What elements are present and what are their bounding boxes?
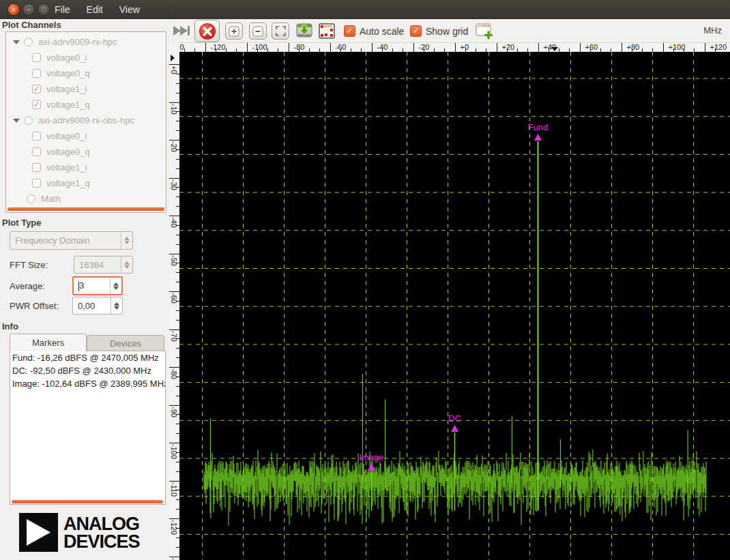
y-tick-label: -40: [170, 217, 178, 228]
device-radio[interactable]: [24, 38, 33, 46]
skip-forward-icon: [173, 25, 192, 37]
x-major-tick: [330, 42, 331, 52]
x-tick-label: +100: [669, 43, 686, 51]
window-maximize-button[interactable]: □: [38, 3, 50, 16]
tree-row-voltage0-q[interactable]: voltage0_q: [6, 144, 166, 160]
axis-unit-label: MHz: [703, 25, 722, 35]
y-tick-label: -90: [170, 407, 178, 417]
tree-row-voltage0-q[interactable]: voltage0_q: [6, 65, 166, 81]
fund-marker-arrow-icon[interactable]: [534, 134, 542, 141]
fullscreen-button[interactable]: [317, 22, 336, 40]
y-axis-ruler[interactable]: +0-10-20-30-40-50-60-70-80-90-100-110-12…: [169, 52, 179, 560]
tree-row-voltage1-q[interactable]: voltage1_q: [6, 175, 166, 191]
channel-checkbox[interactable]: [32, 179, 41, 188]
channel-checkbox[interactable]: [32, 147, 41, 156]
fft-size-label: FFT Size:: [10, 260, 48, 270]
zoom-in-button[interactable]: [225, 23, 243, 40]
analog-devices-logo: ANALOG DEVICES: [19, 513, 140, 552]
x-axis-ruler[interactable]: -140-120-100-80-60-40-20+0+20+40+60+80+1…: [179, 42, 730, 52]
tree-row-voltage0-i[interactable]: voltage0_i: [6, 128, 166, 144]
tree-row-voltage0-i[interactable]: voltage0_i: [6, 50, 166, 65]
tree-item-label: voltage0_q: [46, 68, 90, 78]
menu-edit[interactable]: Edit: [87, 4, 103, 15]
menu-view[interactable]: View: [119, 4, 140, 15]
image-marker-arrow-icon[interactable]: [368, 464, 375, 471]
ruler-corner: [169, 42, 179, 52]
x-major-tick: [247, 42, 248, 52]
stop-capture-button[interactable]: [194, 20, 220, 42]
new-plot-button[interactable]: [474, 22, 495, 40]
tree-row-voltage1-q[interactable]: ✓voltage1_q: [6, 97, 166, 113]
channel-checkbox[interactable]: ✓: [32, 85, 41, 93]
tree-row-voltage1-i[interactable]: ✓voltage1_i: [6, 81, 166, 97]
x-major-tick: [538, 42, 539, 52]
expander-icon[interactable]: [13, 119, 20, 123]
channel-checkbox[interactable]: [32, 163, 41, 172]
tree-row-math[interactable]: Math: [6, 191, 166, 207]
x-major-tick: [622, 42, 622, 52]
marker-fund-readout: Fund: -16,26 dBFS @ 2470,005 MHz: [10, 351, 165, 364]
info-notebook: Markers Devices Fund: -16,26 dBFS @ 2470…: [0, 334, 169, 525]
info-heading: Info: [2, 321, 18, 331]
channel-tree[interactable]: axi-adrv9009-rx-hpcvoltage0_ivoltage0_q✓…: [5, 31, 166, 213]
tree-row-voltage1-i[interactable]: voltage1_i: [6, 160, 166, 175]
fund-marker-label: Fund: [528, 122, 549, 132]
tree-item-label: Math: [41, 194, 61, 204]
marker-horizontal-scrollbar[interactable]: [12, 500, 163, 503]
tab-devices[interactable]: Devices: [87, 335, 164, 351]
capture-play-button[interactable]: [172, 23, 192, 38]
channel-checkbox[interactable]: [32, 132, 41, 141]
tree-item-label: voltage1_q: [46, 100, 90, 110]
window-close-button[interactable]: ×: [8, 3, 20, 16]
device-radio[interactable]: [24, 116, 33, 125]
save-capture-button[interactable]: [294, 20, 315, 41]
zoom-out-button[interactable]: [249, 23, 267, 40]
auto-scale-label: Auto scale: [360, 26, 404, 37]
zoom-fit-button[interactable]: [272, 23, 289, 40]
spectrum-plot-area[interactable]: FundDCImage: [179, 52, 730, 560]
y-major-tick: [169, 481, 179, 482]
tree-row-axi-adrv9009-rx-hpc[interactable]: axi-adrv9009-rx-hpc: [6, 34, 166, 50]
y-position-indicator[interactable]: [171, 55, 175, 61]
y-major-tick: [169, 178, 179, 179]
tree-item-label: voltage0_q: [46, 147, 90, 157]
x-tick-label: +20: [502, 43, 515, 51]
zoom-out-icon: [252, 26, 263, 37]
x-position-indicator[interactable]: [551, 47, 558, 51]
marker-dc-readout: DC: -92,50 dBFS @ 2430,000 MHz: [10, 364, 165, 377]
show-grid-checkbox[interactable]: ✓: [410, 25, 422, 37]
x-major-tick: [705, 42, 705, 52]
tree-row-axi-adrv9009-rx-obs-hpc[interactable]: axi-adrv9009-rx-obs-hpc: [6, 113, 166, 128]
pwr-offset-spin-arrows[interactable]: [111, 297, 122, 314]
tree-horizontal-scrollbar[interactable]: [8, 207, 164, 211]
fft-size-dropdown-arrows: [121, 256, 132, 273]
average-value: 3: [74, 280, 110, 291]
tree-item-label: axi-adrv9009-rx-hpc: [38, 37, 117, 47]
auto-scale-checkbox[interactable]: ✓: [344, 25, 355, 37]
pwr-offset-spinbox[interactable]: 0,00: [72, 297, 123, 314]
y-tick-label: -70: [170, 331, 178, 342]
side-panel: Plot Channels axi-adrv9009-rx-hpcvoltage…: [0, 19, 169, 560]
dc-marker-arrow-icon[interactable]: [451, 425, 458, 432]
tab-markers[interactable]: Markers: [10, 334, 87, 351]
tree-item-label: voltage0_i: [46, 53, 87, 63]
channel-checkbox[interactable]: ✓: [32, 100, 41, 109]
fft-size-value: 16384: [74, 260, 121, 270]
marker-readout-area[interactable]: Fund: -16,26 dBFS @ 2470,005 MHz DC: -92…: [10, 351, 166, 505]
x-tick-label: +60: [585, 43, 598, 51]
average-spin-arrows[interactable]: [110, 278, 121, 294]
x-major-tick: [289, 42, 289, 52]
expander-icon[interactable]: [13, 40, 20, 44]
plot-type-heading: Plot Type: [2, 218, 42, 228]
x-tick-label: -100: [252, 43, 267, 51]
average-spinbox[interactable]: 3: [72, 276, 123, 295]
device-radio[interactable]: [27, 194, 35, 203]
menu-file[interactable]: File: [55, 4, 70, 15]
window-minimize-button[interactable]: −: [23, 3, 35, 16]
y-tick-label: -30: [170, 179, 178, 190]
channel-checkbox[interactable]: [32, 53, 41, 62]
channel-checkbox[interactable]: [32, 69, 41, 78]
pwr-offset-label: PWR Offset:: [10, 301, 59, 311]
new-plot-window-icon: [476, 23, 493, 40]
y-tick-label: -130: [170, 558, 178, 560]
